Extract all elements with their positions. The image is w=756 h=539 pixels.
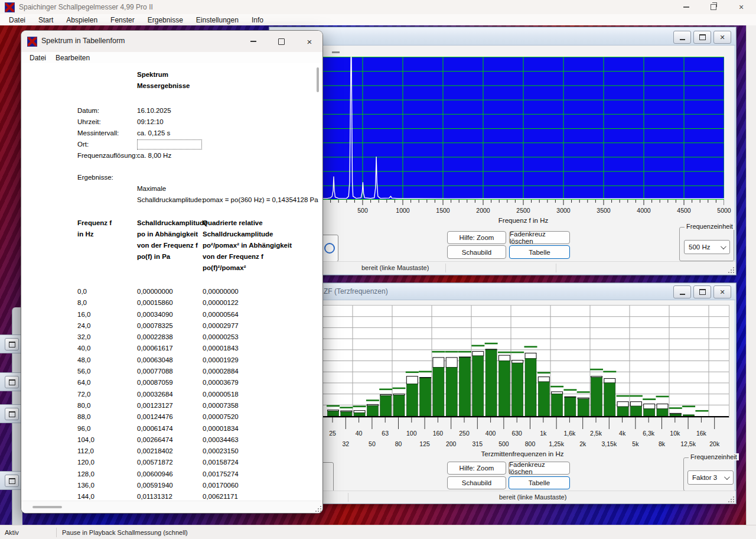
- table-cell: 104,0: [77, 435, 137, 445]
- table-cell: ca. 8,00 Hz: [137, 151, 203, 161]
- table-cell: ca. 0,125 s: [137, 128, 203, 138]
- table-cell: Spektrum: [137, 70, 203, 80]
- x-tick-label: 100: [406, 430, 417, 437]
- resize-grip[interactable]: [728, 267, 734, 273]
- menu-item-ergebnisse[interactable]: Ergebnisse: [141, 16, 190, 24]
- table-cell: 0,00007520: [203, 412, 317, 422]
- statusbar-divider: [556, 264, 556, 272]
- x-axis-ticks: [317, 417, 728, 430]
- close-button[interactable]: ×: [728, 0, 755, 14]
- maximize-button[interactable]: [693, 31, 711, 44]
- app-icon: [27, 37, 37, 47]
- terz-window-titlebar[interactable]: ZF (Terzfrequenzen) ✕: [270, 284, 735, 300]
- table-cell: 0,00007358: [203, 401, 317, 411]
- close-button[interactable]: ×: [299, 32, 320, 51]
- info-row: Messintervall:ca. 0,125 s: [77, 128, 317, 139]
- hidden-control-fragment: [332, 51, 340, 53]
- maximize-icon: [9, 411, 15, 417]
- x-tick-label: 1000: [396, 207, 409, 214]
- tw-menu-item-bearbeiten[interactable]: Bearbeiten: [51, 54, 94, 62]
- menu-item-fenster[interactable]: Fenster: [104, 16, 141, 24]
- report-subtitle-row: Messergebnisse: [77, 81, 317, 92]
- minimize-button[interactable]: [673, 31, 691, 44]
- data-row: 16,00,000340900,00000564: [77, 310, 317, 321]
- x-tick-label: 160: [433, 430, 444, 437]
- table-column-headers: Frequenz fin HzSchalldruckamplitudepo in…: [77, 217, 317, 274]
- menu-item-abspielen[interactable]: Abspielen: [60, 16, 104, 24]
- table-window-title: Spektrum in Tabellenform: [41, 37, 125, 45]
- frequency-unit-select[interactable]: Faktor 3: [687, 470, 734, 485]
- minimize-button[interactable]: [243, 32, 263, 51]
- resize-grip[interactable]: [315, 506, 321, 512]
- table-cell: 0,00158724: [203, 457, 317, 467]
- minimize-button[interactable]: [673, 285, 691, 298]
- table-cell: Messintervall:: [77, 128, 137, 138]
- main-menubar: DateiStartAbspielenFensterErgebnisseEins…: [0, 14, 756, 25]
- table-cell: 0,00123127: [137, 401, 203, 411]
- frequency-unit-select[interactable]: 500 Hz: [684, 240, 730, 254]
- table-button[interactable]: Tabelle: [509, 476, 570, 489]
- diagram-button[interactable]: Schaubild: [447, 476, 506, 489]
- ort-input[interactable]: [137, 139, 202, 150]
- minimize-icon: [683, 7, 689, 7]
- horizontal-scrollbar[interactable]: [21, 501, 322, 513]
- table-cell: 56,0: [77, 366, 137, 376]
- spectrum-chart[interactable]: [322, 57, 724, 200]
- terz-statusbar: bereit (linke Maustaste): [270, 491, 735, 504]
- spectrum-plot[interactable]: [322, 57, 724, 200]
- terz-plot[interactable]: [317, 305, 729, 418]
- resize-grip[interactable]: [728, 496, 734, 502]
- spectrum-window-titlebar[interactable]: ✕: [270, 28, 735, 46]
- restore-button[interactable]: [5, 408, 19, 420]
- info-row: Uhrzeit:09:12:10: [77, 117, 317, 128]
- x-tick-label: 2,5k: [590, 430, 602, 437]
- table-cell: 0,00001843: [203, 343, 317, 353]
- minimize-button[interactable]: [673, 0, 700, 14]
- table-window-titlebar[interactable]: Spektrum in Tabellenform ×: [21, 31, 322, 52]
- clear-crosshair-button[interactable]: Fadenkreuz löschen: [509, 462, 570, 475]
- report-heading: SpektrumMessergebnisse: [77, 70, 317, 92]
- background-window-titlebar: [0, 471, 22, 490]
- diagram-button[interactable]: Schaubild: [447, 245, 506, 259]
- maximize-icon: [9, 342, 15, 348]
- table-cell: 0,00061617: [137, 343, 203, 353]
- table-cell: 8,0: [77, 298, 137, 308]
- maximize-button[interactable]: [271, 32, 291, 51]
- menu-item-info[interactable]: Info: [245, 16, 270, 24]
- background-window-titlebar: [0, 404, 22, 423]
- x-tick-label: 3,15k: [601, 440, 617, 447]
- x-tick-label: 500: [357, 207, 368, 214]
- column-header-row: Frequenz fin HzSchalldruckamplitudepo in…: [77, 217, 317, 274]
- help-zoom-button[interactable]: Hilfe: Zoom: [447, 231, 506, 244]
- table-cell: 0,00032684: [137, 389, 203, 400]
- restore-button[interactable]: [5, 376, 19, 388]
- table-cell: 0,00087059: [137, 378, 203, 388]
- table-cell: 0,00170060: [203, 480, 317, 491]
- maximize-button[interactable]: [693, 285, 711, 298]
- table-cell: Ort:: [77, 139, 137, 150]
- menu-item-datei[interactable]: Datei: [2, 16, 32, 24]
- menu-item-start[interactable]: Start: [32, 16, 60, 24]
- clear-crosshair-button[interactable]: Fadenkreuz löschen: [509, 231, 570, 244]
- data-row: 8,00,000158600,00000122: [77, 298, 317, 309]
- table-cell: 80,0: [77, 401, 137, 411]
- restore-button[interactable]: [700, 0, 727, 14]
- terz-bar-chart[interactable]: [317, 306, 729, 417]
- x-tick-label: 800: [525, 440, 536, 447]
- horizontal-scrollbar-thumb[interactable]: [32, 506, 62, 508]
- restore-button[interactable]: [5, 338, 19, 350]
- help-zoom-button[interactable]: Hilfe: Zoom: [447, 462, 506, 475]
- restore-button[interactable]: [5, 475, 19, 487]
- mdi-scrollbar[interactable]: [746, 25, 756, 525]
- vertical-scrollbar-thumb[interactable]: [317, 67, 319, 92]
- table-cell: pomax = po(360 Hz) = 0,14354128 Pa: [203, 195, 318, 205]
- data-row: 0,00,000000000,00000000: [77, 287, 317, 298]
- tw-menu-item-datei[interactable]: Datei: [25, 54, 51, 62]
- close-button[interactable]: ✕: [713, 285, 731, 298]
- data-row: 136,00,005919400,00170060: [77, 480, 317, 492]
- app-icon: [5, 2, 15, 12]
- measurement-info: Datum:16.10.2025Uhrzeit:09:12:10Messinte…: [77, 106, 317, 162]
- close-button[interactable]: ✕: [713, 31, 731, 44]
- table-button[interactable]: Tabelle: [509, 245, 570, 259]
- menu-item-einstellungen[interactable]: Einstellungen: [190, 16, 245, 24]
